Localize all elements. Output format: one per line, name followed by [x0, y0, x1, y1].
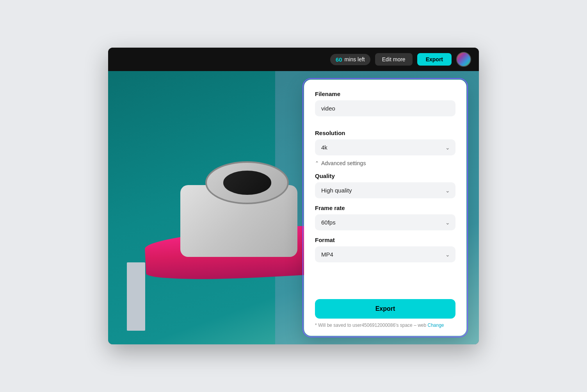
format-select-wrapper: MP4 MOV AVI GIF ⌄: [315, 246, 455, 262]
quality-section: Quality High quality Medium quality Low …: [315, 173, 455, 198]
filename-label: Filename: [315, 91, 455, 97]
quality-select[interactable]: High quality Medium quality Low quality: [315, 182, 455, 198]
format-section: Format MP4 MOV AVI GIF ⌄: [315, 237, 455, 262]
change-link[interactable]: Change: [428, 323, 444, 328]
framerate-label: Frame rate: [315, 205, 455, 211]
timer-badge: 60 mins left: [330, 54, 370, 65]
pool-ladder: [127, 262, 146, 331]
format-label: Format: [315, 237, 455, 243]
quality-label: Quality: [315, 173, 455, 179]
export-modal: Filename Resolution 4k 1080p 720p ⌄ ⌃: [303, 79, 467, 337]
top-bar: 60 mins left Edit more Export: [108, 48, 479, 71]
resolution-label: Resolution: [315, 130, 455, 136]
save-note: * Will be saved to user4506912000086's s…: [315, 323, 455, 328]
format-select[interactable]: MP4 MOV AVI GIF: [315, 246, 455, 262]
save-note-text: * Will be saved to user4506912000086's s…: [315, 323, 426, 328]
astronaut-helmet: [205, 161, 289, 204]
resolution-select-wrapper: 4k 1080p 720p ⌄: [315, 139, 455, 155]
timer-number: 60: [336, 56, 342, 63]
export-top-button[interactable]: Export: [417, 53, 452, 66]
timer-label: mins left: [345, 56, 365, 62]
advanced-settings-toggle[interactable]: ⌃ Advanced settings: [315, 160, 455, 166]
resolution-select[interactable]: 4k 1080p 720p: [315, 139, 455, 155]
helmet-visor: [223, 171, 271, 194]
filename-section: Filename: [315, 91, 455, 123]
framerate-select-wrapper: 60fps 30fps 24fps ⌄: [315, 214, 455, 230]
content-area: Filename Resolution 4k 1080p 720p ⌄ ⌃: [108, 71, 479, 344]
framerate-select[interactable]: 60fps 30fps 24fps: [315, 214, 455, 230]
avatar: [456, 52, 471, 67]
resolution-section: Resolution 4k 1080p 720p ⌄: [315, 130, 455, 155]
app-window: 60 mins left Edit more Export: [108, 48, 479, 344]
advanced-chevron-icon: ⌃: [315, 160, 319, 166]
edit-more-button[interactable]: Edit more: [375, 53, 413, 66]
framerate-section: Frame rate 60fps 30fps 24fps ⌄: [315, 205, 455, 230]
filename-input[interactable]: [315, 100, 455, 116]
quality-select-wrapper: High quality Medium quality Low quality …: [315, 182, 455, 198]
export-button[interactable]: Export: [315, 299, 455, 319]
advanced-settings-label: Advanced settings: [321, 160, 366, 166]
